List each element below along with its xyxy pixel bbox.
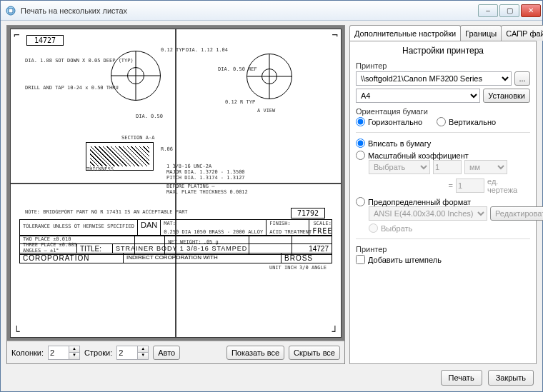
rows-input[interactable] — [116, 346, 138, 360]
drawing-circle-2 — [246, 54, 292, 99]
hide-all-button[interactable]: Скрыть все — [289, 346, 340, 360]
orientation-label: Ориентация бумаги — [356, 107, 530, 116]
columns-spinner[interactable]: ▲▼ — [48, 346, 80, 360]
drawing-note: NOTE: BRIDGEPORT PART NO R 17431 IS AN A… — [25, 209, 188, 215]
scale-select: Выбрать — [369, 160, 430, 174]
paper-select[interactable]: A4 — [356, 89, 480, 103]
columns-up[interactable]: ▲ — [69, 346, 79, 353]
rows-spinner[interactable]: ▲▼ — [116, 346, 149, 360]
titlebar: Печать на нескольких листах – ▢ ✕ — [1, 1, 542, 21]
auto-button[interactable]: Авто — [153, 346, 180, 360]
printer-browse-button[interactable]: ... — [514, 71, 530, 86]
columns-label: Колонки: — [11, 348, 44, 357]
scale-value-1 — [433, 160, 462, 174]
minimize-button[interactable]: – — [478, 4, 498, 17]
scale-unit-1: мм — [464, 160, 507, 174]
rows-down[interactable]: ▼ — [138, 353, 148, 359]
predefined-select: ANSI E(44.00x34.00 Inches) — [369, 206, 487, 221]
rows-up[interactable]: ▲ — [138, 346, 148, 353]
tab-additional[interactable]: Дополнительные настройки — [349, 25, 461, 41]
predefined-choose: Выбрать — [369, 223, 530, 233]
rows-label: Строки: — [84, 348, 112, 357]
close-button[interactable]: Закрыть — [488, 370, 534, 386]
tab-borders[interactable]: Границы — [460, 25, 502, 41]
crop-mark: ┘ — [332, 326, 338, 337]
close-window-button[interactable]: ✕ — [521, 4, 541, 17]
crop-mark: ⌐ — [14, 29, 19, 41]
drawing-partno-right: 71792 — [291, 208, 325, 218]
drawing-sheet[interactable]: ⌐ ¬ └ ┘ 14727 DIA. 1.88 SOT DOWN X 0.05 … — [10, 29, 342, 338]
drawing-partno-top: 14727 — [26, 35, 64, 46]
printer-label: Принтер — [356, 61, 530, 70]
scale-factor-option[interactable]: Масштабный коэффициент — [356, 151, 530, 160]
svg-rect-1 — [9, 9, 13, 13]
maximize-button[interactable]: ▢ — [499, 4, 519, 17]
predefined-format-option[interactable]: Предопределенный формат — [356, 197, 530, 206]
crop-mark: └ — [14, 326, 19, 337]
print-button[interactable]: Печать — [441, 370, 482, 386]
orientation-vertical[interactable]: Вертикально — [437, 117, 496, 126]
preview-pane: ⌐ ¬ └ ┘ 14727 DIA. 1.88 SOT DOWN X 0.05 … — [6, 25, 345, 364]
orientation-horizontal[interactable]: Горизонтально — [356, 117, 422, 126]
crop-mark: ¬ — [332, 29, 338, 41]
divider — [356, 132, 530, 133]
printer2-label: Принтер — [356, 245, 530, 253]
divider — [356, 238, 530, 239]
columns-down[interactable]: ▼ — [69, 353, 79, 359]
columns-input[interactable] — [48, 346, 69, 360]
edit-format-button: Редактировать — [490, 206, 543, 221]
add-stamp-checkbox[interactable]: Добавить штемпель — [356, 255, 530, 264]
settings-tabs: Дополнительные настройки Границы САПР фа… — [349, 25, 537, 41]
settings-panel: Настройки принтера Принтер \\softgold21\… — [349, 41, 537, 364]
window-title: Печать на нескольких листах — [21, 6, 477, 15]
show-all-button[interactable]: Показать все — [226, 346, 284, 360]
panel-heading: Настройки принтера — [356, 46, 530, 56]
tab-cad-file[interactable]: САПР файл — [501, 25, 543, 41]
app-icon — [5, 5, 16, 16]
printer-setup-button[interactable]: Установки — [483, 89, 530, 103]
dialog-footer: Печать Закрыть — [1, 364, 542, 391]
preview-footer: Колонки: ▲▼ Строки: ▲▼ Авто Показать все… — [7, 341, 344, 363]
fit-to-page-option[interactable]: Вписать в бумагу — [356, 139, 530, 148]
printer-select[interactable]: \\softgold21\Canon MF3200 Series — [356, 71, 512, 86]
scale-value-2 — [456, 179, 484, 193]
